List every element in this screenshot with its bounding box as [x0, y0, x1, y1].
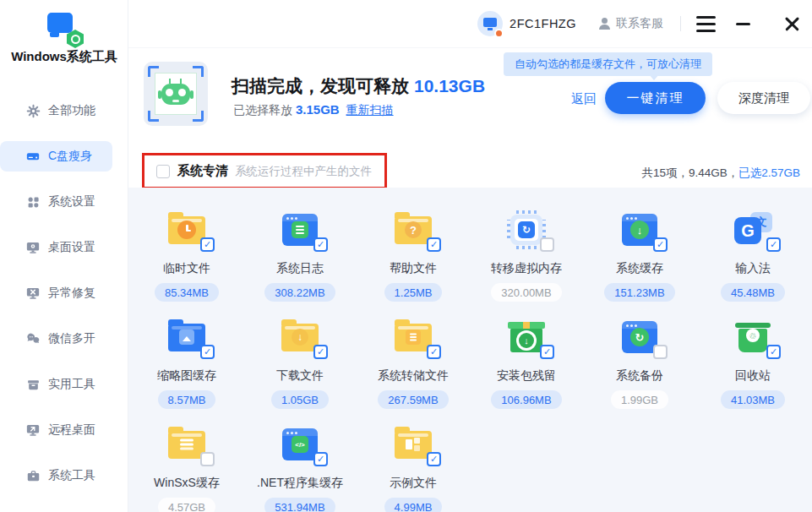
- section-checkbox[interactable]: [156, 165, 170, 178]
- item-size-badge: 106.96MB: [491, 390, 561, 409]
- sidebar-item-utilities[interactable]: 实用工具: [0, 369, 112, 400]
- cleanup-item[interactable]: ✓系统转储文件267.59MB: [357, 317, 470, 417]
- sidebar-menu: 全部功能C盘瘦身系统设置桌面设置异常修复微信多开实用工具远程桌面系统工具: [0, 95, 128, 506]
- sidebar-item-label: C盘瘦身: [48, 149, 92, 164]
- sidebar: Windows系统工具 全部功能C盘瘦身系统设置桌面设置异常修复微信多开实用工具…: [0, 0, 128, 512]
- cleanup-item[interactable]: ↓✓系统缓存151.23MB: [583, 210, 696, 310]
- cleanup-item[interactable]: ↻转移虚拟内存320.00MB: [470, 210, 583, 310]
- package-download-icon: ↓✓: [506, 317, 547, 357]
- item-checkbox[interactable]: ✓: [540, 345, 554, 359]
- item-checkbox[interactable]: [540, 237, 554, 252]
- item-checkbox[interactable]: ✓: [766, 345, 781, 359]
- scan-total-size: 10.13GB: [414, 76, 485, 95]
- cleanup-item[interactable]: ↓✓下载文件1.05GB: [243, 317, 357, 417]
- auto-select-tooltip: 自动勾选的都是缓存文件，可放心清理: [504, 52, 712, 76]
- sidebar-item-c-drive-slim[interactable]: C盘瘦身: [0, 141, 112, 172]
- cleanup-items-grid: ✓临时文件85.34MB✓系统日志308.22MB?✓帮助文件1.25MB↻转移…: [128, 188, 812, 512]
- dump-badge-icon: [406, 330, 421, 345]
- item-checkbox[interactable]: ✓: [427, 452, 441, 466]
- selected-size: 3.15GB: [296, 102, 340, 117]
- cleanup-item[interactable]: ✓缩略图缓存8.57MB: [130, 317, 243, 417]
- item-label: 帮助文件: [390, 261, 437, 276]
- item-checkbox[interactable]: ✓: [313, 237, 328, 252]
- account-id[interactable]: 2FC1FHZG: [510, 17, 576, 30]
- recycle-bin-icon: ♲✓: [733, 317, 773, 357]
- item-label: 输入法: [735, 261, 771, 276]
- item-checkbox[interactable]: ✓: [766, 237, 781, 252]
- item-checkbox[interactable]: ✓: [653, 237, 668, 252]
- cleanup-item[interactable]: ↻系统备份1.99GB: [583, 317, 696, 417]
- tiles-badge-icon: [406, 438, 421, 451]
- cleanup-item[interactable]: ↓✓安装包残留106.96MB: [470, 317, 583, 417]
- item-checkbox[interactable]: [653, 345, 668, 359]
- sidebar-item-desktop-settings[interactable]: 桌面设置: [0, 232, 112, 263]
- sidebar-item-system-tools[interactable]: 系统工具: [0, 460, 112, 491]
- clock-badge-icon: [177, 221, 196, 239]
- sidebar-item-error-repair[interactable]: 异常修复: [0, 278, 112, 308]
- rescan-link[interactable]: 重新扫描: [346, 103, 394, 117]
- item-label: 转移虚拟内存: [491, 261, 562, 276]
- item-label: 系统缓存: [616, 261, 663, 276]
- app-logo-icon: [47, 13, 81, 43]
- robot-icon: [161, 84, 190, 105]
- cleanup-item[interactable]: ♲✓回收站41.03MB: [696, 317, 809, 417]
- item-checkbox[interactable]: [200, 452, 215, 466]
- item-size-badge: 4.99MB: [384, 498, 443, 512]
- item-size-badge: 45.48MB: [721, 283, 785, 302]
- cleanup-item[interactable]: ✓临时文件85.34MB: [130, 210, 243, 310]
- section-description: 系统运行过程中产生的文件: [235, 164, 372, 179]
- system-clean-section-highlight: 系统专清 系统运行过程中产生的文件: [142, 153, 387, 189]
- item-checkbox[interactable]: ✓: [200, 237, 215, 252]
- item-label: .NET程序集缓存: [257, 476, 343, 491]
- section-title: 系统专清: [177, 163, 228, 179]
- item-label: 系统日志: [276, 261, 324, 276]
- item-checkbox[interactable]: ✓: [313, 452, 328, 466]
- item-size-badge: 308.22MB: [264, 283, 335, 302]
- sidebar-item-remote-desktop[interactable]: 远程桌面: [0, 415, 112, 445]
- item-label: WinSxS缓存: [154, 476, 220, 491]
- back-link[interactable]: 返回: [571, 91, 597, 107]
- avatar-shield-badge-icon: [494, 29, 504, 38]
- account-avatar[interactable]: [477, 11, 503, 36]
- item-size-badge: 8.57MB: [158, 390, 216, 409]
- sidebar-item-wechat-multi[interactable]: 微信多开: [0, 324, 112, 354]
- sidebar-item-label: 全部功能: [48, 103, 95, 118]
- folder-question-icon: ?✓: [393, 210, 433, 250]
- one-click-clean-button[interactable]: 一键清理: [605, 82, 706, 114]
- item-checkbox[interactable]: ✓: [200, 345, 215, 359]
- scan-result-title: 扫描完成，发现可释放10.13GB: [232, 74, 485, 98]
- item-label: 回收站: [735, 368, 771, 384]
- monitor-fix-icon: [25, 286, 41, 301]
- deep-clean-button[interactable]: 深度清理: [717, 82, 810, 114]
- folder-dump-icon: ✓: [393, 317, 433, 357]
- cleanup-item[interactable]: ✓示例文件4.99MB: [357, 424, 470, 512]
- sidebar-item-label: 异常修复: [48, 286, 95, 301]
- item-label: 示例文件: [390, 476, 437, 491]
- close-button[interactable]: [784, 16, 800, 32]
- cleanup-item[interactable]: 文G✓输入法45.48MB: [696, 210, 809, 310]
- item-label: 安装包残留: [497, 368, 556, 384]
- sidebar-item-system-settings[interactable]: 系统设置: [0, 187, 112, 217]
- image-badge-icon: [179, 330, 194, 345]
- cleanup-item[interactable]: </>✓.NET程序集缓存531.94MB: [243, 424, 357, 512]
- gear-icon: [25, 103, 41, 118]
- sidebar-item-label: 远程桌面: [48, 422, 95, 438]
- item-label: 临时文件: [163, 261, 210, 276]
- item-checkbox[interactable]: ✓: [313, 345, 328, 359]
- item-size-badge: 1.05GB: [271, 390, 329, 409]
- question-badge-icon: ?: [405, 221, 422, 238]
- item-checkbox[interactable]: ✓: [427, 345, 441, 359]
- cleanup-item[interactable]: ✓系统日志308.22MB: [243, 210, 357, 310]
- person-icon: [598, 18, 611, 30]
- item-checkbox[interactable]: ✓: [427, 237, 441, 252]
- cleanup-item[interactable]: WinSxS缓存4.57GB: [130, 424, 243, 512]
- hamburger-menu-button[interactable]: [696, 16, 716, 32]
- item-label: 下载文件: [276, 368, 324, 384]
- minimize-button[interactable]: [736, 23, 750, 25]
- contact-support-button[interactable]: 联系客服: [598, 16, 663, 31]
- item-size-badge: 267.59MB: [378, 390, 448, 409]
- sidebar-item-all-features[interactable]: 全部功能: [0, 95, 112, 126]
- cleanup-item[interactable]: ?✓帮助文件1.25MB: [357, 210, 470, 310]
- item-size-badge: 151.23MB: [604, 283, 674, 302]
- app-title: Windows系统工具: [0, 49, 128, 65]
